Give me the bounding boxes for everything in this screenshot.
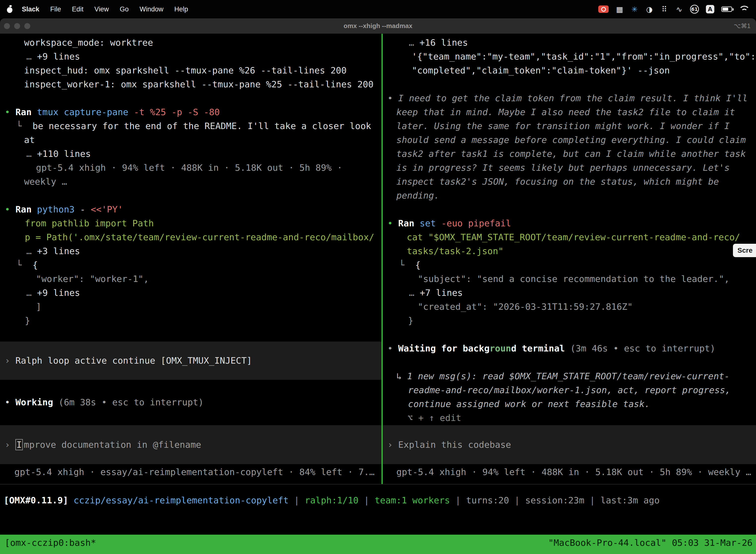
terminal-text	[414, 218, 420, 228]
terminal-text: +16 lines	[420, 38, 468, 48]
terminal-text: weekly …	[24, 176, 67, 187]
title-bar[interactable]: omx --xhigh --madmax ⌥⌘1	[0, 18, 756, 34]
terminal-line: }	[0, 314, 381, 328]
menu-bar: Slack FileEditViewGoWindowHelp ▦✳◑⠿∿61A	[0, 0, 756, 18]
terminal-line: ]	[0, 300, 381, 314]
terminal-text: |	[359, 495, 375, 505]
right-terminal-pane[interactable]: … +16 lines'{"team_name":"my-team","task…	[383, 34, 756, 484]
contrast-icon[interactable]: ◑	[645, 4, 653, 14]
terminal-text: |	[584, 495, 601, 505]
terminal-text: └	[399, 260, 415, 270]
screenshot-tooltip[interactable]: Scre	[733, 244, 756, 257]
terminal-text: inspect task2's JSON, focusing on the st…	[396, 176, 719, 187]
terminal-window: omx --xhigh --madmax ⌥⌘1 workspace_mode:…	[0, 18, 756, 554]
apple-menu-icon[interactable]	[6, 5, 13, 13]
terminal-text: I	[15, 439, 23, 450]
menu-bar-status-icons: ▦✳◑⠿∿61A	[598, 4, 750, 14]
terminal-text: ↳	[396, 371, 407, 381]
terminal-text: -t %25 -p -S -80	[134, 107, 220, 117]
terminal-line: … +110 lines	[0, 147, 381, 161]
terminal-line: … +3 lines	[0, 244, 381, 258]
terminal-line: └ {	[0, 258, 381, 272]
terminal-line: tasks/task-2.json"	[383, 244, 756, 258]
hook-icon[interactable]: ∿	[675, 4, 683, 14]
terminal-line: • Ran set -euo pipefail	[383, 216, 756, 230]
terminal-text: cczip/essay/ai-reimplementation-copyleft	[74, 495, 289, 505]
terminal-line: task2 after task1 is complete, but can I…	[383, 147, 756, 161]
terminal-text: readme-and-reco/mailbox/worker-1.json, a…	[408, 385, 731, 395]
terminal-text	[68, 495, 74, 505]
terminal-text: inspect_worker-1: omx sparkshell --tmux-…	[24, 79, 374, 89]
battery-icon[interactable]	[721, 4, 732, 14]
terminal-text: turns:20	[466, 495, 509, 505]
terminal-text: [OMX#0.11.9]	[4, 495, 68, 505]
terminal-line: readme-and-reco/mailbox/worker-1.json, a…	[383, 383, 756, 397]
terminal-text: <<'PY'	[91, 204, 123, 214]
menu-file[interactable]: File	[50, 5, 61, 13]
terminal-line	[0, 91, 381, 105]
terminal-line	[383, 203, 756, 216]
terminal-text: (6m 38s • esc to interrupt)	[53, 397, 204, 407]
terminal-line: gpt-5.4 xhigh · 94% left · 488K in · 5.1…	[0, 161, 381, 175]
terminal-text: -euo pipefail	[441, 218, 511, 228]
dots-grid-icon[interactable]: ⠿	[660, 4, 668, 14]
grid-icon[interactable]: ▦	[616, 4, 624, 14]
terminal-text: Explain this codebase	[398, 440, 511, 450]
terminal-text: }	[25, 316, 30, 326]
terminal-line: pending.	[383, 189, 756, 203]
terminal-text: ›	[5, 355, 15, 366]
terminal-line: inspect_worker-1: omx sparkshell --tmux-…	[0, 77, 381, 91]
terminal-text: keep that in mind. Maybe I also need the…	[396, 107, 735, 117]
spark-icon[interactable]: ✳	[630, 4, 638, 14]
menu-window[interactable]: Window	[140, 5, 164, 13]
terminal-text: Waiting for backg	[398, 343, 489, 353]
menu-go[interactable]: Go	[120, 5, 129, 13]
terminal-text: •	[387, 343, 398, 353]
terminal-text: gpt-5.4 xhigh · 94% left · 488K in · 5.1…	[36, 163, 342, 173]
terminal-line: inspect task2's JSON, focusing on the st…	[383, 175, 756, 189]
terminal-line: gpt-5.4 xhigh · 94% left · 488K in · 5.1…	[383, 465, 756, 479]
window-shortcut: ⌥⌘1	[734, 22, 751, 30]
terminal-line: ↳ 1 new msg(s): read $OMX_TEAM_STATE_ROO…	[383, 369, 756, 383]
prompt-ralph-loop[interactable]: › Ralph loop active continue [OMX_TMUX_I…	[0, 341, 381, 380]
terminal-text: ralph:1/10	[305, 495, 359, 505]
tmux-host-time: "MacBook-Pro-44.local" 05:03 31-Mar-26	[548, 538, 753, 548]
menu-help[interactable]: Help	[174, 5, 188, 13]
menu-app-name[interactable]: Slack	[22, 5, 40, 13]
terminal-text: '{"team_name":"my-team","task_id":"1","f…	[412, 51, 756, 62]
terminal-text: is in progress? It seems likely but perh…	[396, 163, 730, 173]
terminal-line	[0, 328, 381, 341]
window-title: omx --xhigh --madmax	[0, 22, 756, 30]
menu-edit[interactable]: Edit	[72, 5, 83, 13]
terminal-line: › Explain this codebase	[383, 438, 756, 452]
terminal-line: continue assigned work or next feasible …	[383, 397, 756, 411]
terminal-line: gpt-5.4 xhigh · essay/ai-reimplementatio…	[0, 465, 381, 479]
terminal-text: later. Using the same for transition mig…	[396, 121, 730, 131]
terminal-line: … +9 lines	[0, 286, 381, 300]
terminal-text: |	[289, 495, 305, 505]
terminal-text	[32, 107, 37, 117]
terminal-text: ›	[5, 440, 15, 450]
input-source-icon[interactable]: A	[706, 5, 714, 13]
terminal-line: "created_at": "2026-03-31T11:59:27.816Z"	[383, 300, 756, 314]
terminal-line: is in progress? It seems likely but perh…	[383, 161, 756, 175]
terminal-line	[0, 189, 381, 203]
terminal-text	[32, 204, 37, 214]
wifi-icon[interactable]	[739, 5, 750, 13]
terminal-text: continue assigned work or next feasible …	[408, 399, 650, 409]
terminal-text: -	[75, 204, 91, 214]
screen-recording-icon[interactable]	[598, 5, 609, 13]
terminal-line: • I need to get the claim token from the…	[383, 91, 756, 105]
badge-61-icon[interactable]: 61	[690, 5, 699, 14]
prompt-improve-docs[interactable]: › Improve documentation in @filename	[0, 425, 381, 464]
tmux-status-bar: [omx-cczip0:bash* "MacBook-Pro-44.local"…	[0, 535, 756, 554]
prompt-explain-codebase[interactable]: › Explain this codebase	[383, 425, 756, 464]
terminal-text: └	[16, 260, 33, 270]
menu-view[interactable]: View	[94, 5, 109, 13]
terminal-text: python3	[37, 204, 75, 214]
terminal-text: …	[26, 51, 37, 62]
terminal-text: workspace_mode: worktree	[24, 38, 153, 48]
left-terminal-pane[interactable]: workspace_mode: worktree… +9 linesinspec…	[0, 34, 381, 484]
screen: Slack FileEditViewGoWindowHelp ▦✳◑⠿∿61A …	[0, 0, 756, 554]
terminal-line: keep that in mind. Maybe I also need the…	[383, 105, 756, 119]
